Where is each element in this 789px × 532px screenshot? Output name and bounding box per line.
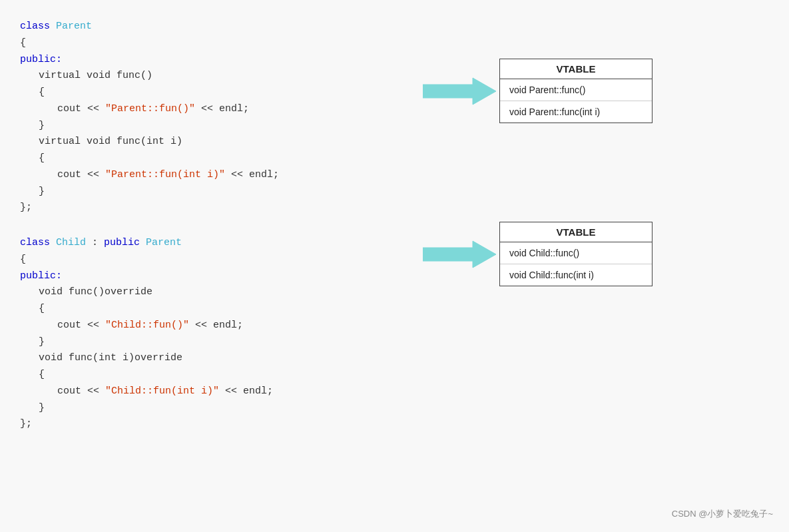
code-line: void func()override (20, 284, 406, 301)
code-line: } (20, 334, 406, 351)
class-name-child: Child (50, 237, 86, 248)
code-line: cout << "Child::fun(int i)" << endl; (20, 384, 406, 400)
code-line: class Child : public Parent (20, 235, 406, 252)
child-vtable-box: VTABLE void Child::func() void Child::fu… (499, 222, 653, 286)
code-section: class Parent { public: virtual void func… (20, 19, 406, 519)
parent-class-code: class Parent { public: virtual void func… (20, 19, 406, 216)
arrow-child (419, 238, 499, 271)
code-line: { (20, 85, 406, 101)
code-line: { (20, 367, 406, 384)
code-line: virtual void func(int i) (20, 134, 406, 150)
class-name-parent: Parent (50, 21, 92, 32)
code-line: cout << "Parent::fun(int i)" << endl; (20, 167, 406, 184)
public-keyword: public: (20, 54, 62, 65)
code-line: { (20, 35, 406, 52)
class-name-parent2: Parent (140, 237, 182, 248)
code-line: cout << "Child::fun()" << endl; (20, 318, 406, 334)
keyword-class: class (20, 21, 50, 32)
watermark: CSDN @小萝卜爱吃兔子~ (672, 508, 773, 520)
svg-marker-0 (423, 78, 496, 105)
child-vtable-row-2: void Child::func(int i) (500, 264, 652, 286)
code-line: void func(int i)override (20, 350, 406, 367)
child-vtable-group: VTABLE void Child::func() void Child::fu… (419, 222, 653, 286)
parent-vtable-row-2: void Parent::func(int i) (500, 101, 652, 123)
code-line: cout << "Parent::fun()" << endl; (20, 101, 406, 118)
code-line: } (20, 400, 406, 417)
parent-vtable-group: VTABLE void Parent::func() void Parent::… (419, 59, 653, 123)
code-line: class Parent (20, 19, 406, 35)
code-line: public: (20, 268, 406, 285)
keyword-public: public (104, 237, 140, 248)
parent-vtable-box: VTABLE void Parent::func() void Parent::… (499, 59, 653, 123)
parent-vtable-row-1: void Parent::func() (500, 79, 652, 101)
code-line: { (20, 252, 406, 268)
code-line: } (20, 118, 406, 134)
code-line: public: (20, 52, 406, 69)
code-line: { (20, 150, 406, 167)
child-vtable-title: VTABLE (500, 222, 652, 242)
parent-vtable-title: VTABLE (500, 59, 652, 79)
arrow-parent (419, 75, 499, 108)
public-keyword2: public: (20, 270, 62, 282)
keyword-class2: class (20, 237, 50, 248)
svg-marker-1 (423, 241, 496, 268)
child-class-code: class Child : public Parent { public: vo… (20, 235, 406, 433)
code-line: }; (20, 200, 406, 216)
child-vtable-row-1: void Child::func() (500, 242, 652, 264)
diagrams-section: VTABLE void Parent::func() void Parent::… (406, 19, 769, 519)
code-line: { (20, 301, 406, 318)
code-line: virtual void func() (20, 68, 406, 85)
code-line: } (20, 184, 406, 200)
code-line: }; (20, 416, 406, 433)
